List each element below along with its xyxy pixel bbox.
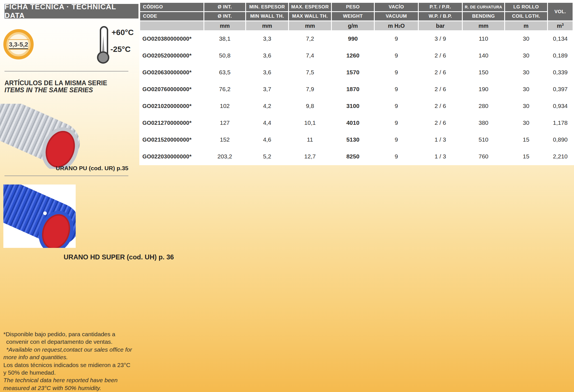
- footnote-line: more info and quantities.: [3, 353, 138, 361]
- thermometer-icon: [97, 26, 110, 63]
- cell-value: 9,8: [289, 98, 331, 114]
- footnote-line: Los datos técnicos indicados se midieron…: [3, 361, 138, 369]
- cell-value: 1870: [332, 81, 374, 98]
- series-heading-en: ITEMS IN THE SAME SERIES: [4, 87, 107, 94]
- header-cell-min-espesor: MIN. ESPESOR: [246, 3, 288, 11]
- cell-value: 50,8: [204, 47, 245, 64]
- cell-value: 4,4: [246, 114, 288, 131]
- cell-value: 12,7: [289, 148, 331, 165]
- cell-value: 1260: [332, 47, 374, 64]
- cell-value: 3,6: [246, 64, 288, 81]
- thermometer-bulb: [97, 51, 109, 64]
- cell-value: 110: [463, 30, 504, 47]
- cell-value: 280: [463, 98, 504, 114]
- table-body: GO020380000000*38,13,37,299093 / 9110300…: [140, 30, 573, 165]
- footnote-line: *Disponible bajo pedido, para cantidades…: [3, 330, 138, 338]
- unit-cell-pressure: bar: [419, 21, 462, 30]
- series-heading-es: ARTÍCULOS DE LA MISMA SERIE: [4, 80, 107, 87]
- cell-value: 203,2: [204, 148, 245, 165]
- cell-value: 63,5: [204, 64, 245, 81]
- header-cell-code: CODE: [140, 12, 203, 20]
- cell-value: 0,397: [548, 81, 573, 98]
- header-cell-wp-bp: W.P. / B.P.: [419, 12, 462, 20]
- unit-cell-code: [140, 21, 203, 30]
- cell-value: 190: [463, 81, 504, 98]
- unit-cell-min: mm: [246, 21, 288, 30]
- footnote-line: convenir con el departamento de ventas.: [3, 338, 138, 345]
- badge-value: 3,3-5,2: [9, 41, 28, 49]
- cell-value: 2 / 6: [419, 98, 462, 114]
- cell-value: 0,890: [548, 131, 573, 148]
- header-cell-vacio: VACÍO: [375, 3, 418, 11]
- cell-value: 1,178: [548, 114, 573, 131]
- cell-value: 30: [505, 64, 547, 81]
- cell-value: 510: [463, 131, 504, 148]
- unit-cell-bending: mm: [463, 21, 504, 30]
- header-cell-curvatura: R. DE CURVATURA: [463, 3, 504, 11]
- unit-cell-coil: m: [505, 21, 547, 30]
- cell-value: 1570: [332, 64, 374, 81]
- cell-value: 0,134: [548, 30, 573, 47]
- hose-image-urano-pu: [0, 104, 85, 169]
- cell-product-code: GO020380000000*: [140, 30, 203, 47]
- cell-product-code: GO021520000000*: [140, 131, 203, 148]
- header-cell-bending: BENDING: [463, 12, 504, 20]
- cell-value: 4,2: [246, 98, 288, 114]
- header-cell-coil-lgth: COIL LGTH.: [505, 12, 547, 20]
- cell-value: 380: [463, 114, 504, 131]
- hose-highlight: [43, 211, 47, 215]
- cell-value: 30: [505, 98, 547, 114]
- cell-value: 3 / 9: [419, 30, 462, 47]
- cell-product-code: GO021020000000*: [140, 98, 203, 114]
- footnotes: *Disponible bajo pedido, para cantidades…: [3, 330, 138, 392]
- cell-value: 2 / 6: [419, 47, 462, 64]
- footnote-line: y 50% de humedad.: [3, 369, 138, 376]
- cell-value: 2,210: [548, 148, 573, 165]
- cell-product-code: GO021270000000*: [140, 114, 203, 131]
- cell-value: 0,934: [548, 98, 573, 114]
- divider-middle: [4, 176, 128, 176]
- unit-cell-vol: m3: [548, 21, 573, 30]
- cell-value: 9: [375, 131, 418, 148]
- footnote-line: measured at 23°C with 50% humidity.: [3, 384, 138, 392]
- cell-value: 9: [375, 114, 418, 131]
- series-heading: ARTÍCULOS DE LA MISMA SERIE ITEMS IN THE…: [4, 80, 107, 94]
- cell-value: 30: [505, 47, 547, 64]
- cell-value: 3,6: [246, 47, 288, 64]
- unit-cell-weight: g/m: [332, 21, 374, 30]
- unit-cell-vacuum: m H2O: [375, 21, 418, 30]
- cell-value: 9: [375, 64, 418, 81]
- weight-range-badge: 3,3-5,2: [3, 29, 34, 59]
- datasheet-page: FICHA TÉCNICA · TECHNICAL DATA 3,3-5,2 +…: [0, 0, 574, 392]
- cell-value: 30: [505, 30, 547, 47]
- cell-value: 3100: [332, 98, 374, 114]
- table-header: CÓDIGO Ø INT. MIN. ESPESOR MAX. ESPESOR …: [140, 3, 573, 20]
- page-title: FICHA TÉCNICA · TECHNICAL DATA: [4, 3, 138, 20]
- cell-value: 9: [375, 148, 418, 165]
- header-cell-diam-es: Ø INT.: [204, 3, 245, 11]
- cell-value: 9: [375, 30, 418, 47]
- cell-value: 5,2: [246, 148, 288, 165]
- cell-value: 102: [204, 98, 245, 114]
- page-title-bar: FICHA TÉCNICA · TECHNICAL DATA: [4, 4, 138, 19]
- cell-value: 2 / 6: [419, 114, 462, 131]
- footnote-line: The technical data here reported have be…: [3, 376, 138, 384]
- cell-value: 9: [375, 47, 418, 64]
- unit-cell-diam: mm: [204, 21, 245, 30]
- cell-value: 15: [505, 148, 547, 165]
- cell-value: 38,1: [204, 30, 245, 47]
- cell-value: 150: [463, 64, 504, 81]
- header-cell-lg-rollo: LG ROLLO: [505, 3, 547, 11]
- divider-top: [4, 71, 128, 72]
- cell-value: 1 / 3: [419, 148, 462, 165]
- cell-product-code: GO022030000000*: [140, 148, 203, 165]
- header-cell-weight: WEIGHT: [332, 12, 374, 20]
- cell-value: 9: [375, 81, 418, 98]
- table-units-row: mm mm mm g/m m H2O bar mm m m3: [140, 21, 573, 30]
- cell-value: 8250: [332, 148, 374, 165]
- cell-value: 7,5: [289, 64, 331, 81]
- cell-value: 4,6: [246, 131, 288, 148]
- cell-product-code: GO020520000000*: [140, 47, 203, 64]
- header-cell-codigo: CÓDIGO: [140, 3, 203, 11]
- badge-band: 3,3-5,2: [8, 39, 29, 50]
